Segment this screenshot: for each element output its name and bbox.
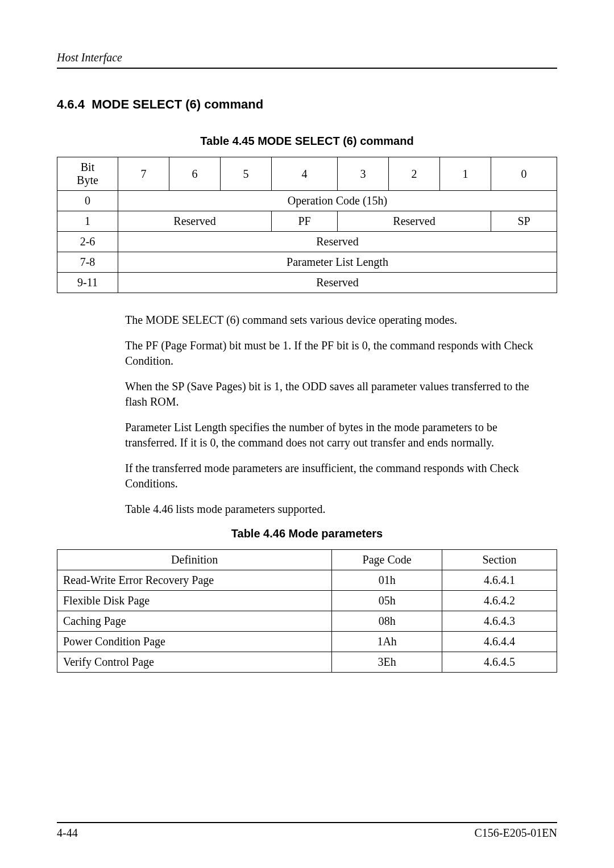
byte-9-11: 9-11 <box>57 273 118 293</box>
col-page-code: Page Code <box>332 550 442 570</box>
page-number: 4-44 <box>57 827 78 840</box>
definition-cell: Power Condition Page <box>57 632 332 652</box>
paragraph: When the SP (Save Pages) bit is 1, the O… <box>125 379 551 410</box>
col-section: Section <box>442 550 557 570</box>
bit-col-6: 6 <box>169 157 221 191</box>
bit-col-4: 4 <box>272 157 338 191</box>
header-rule <box>57 68 557 69</box>
byte-2-6: 2-6 <box>57 232 118 252</box>
definition-cell: Read-Write Error Recovery Page <box>57 570 332 591</box>
corner-top: Bit <box>81 161 94 173</box>
reserved-cell: Reserved <box>118 211 272 232</box>
table-row: Power Condition Page 1Ah 4.6.4.4 <box>57 632 557 652</box>
bit-col-3: 3 <box>337 157 388 191</box>
definition-cell: Flexible Disk Page <box>57 591 332 611</box>
section-cell: 4.6.4.3 <box>442 611 557 632</box>
section-cell: 4.6.4.2 <box>442 591 557 611</box>
paragraph: Table 4.46 lists mode parameters support… <box>125 502 551 517</box>
running-head: Host Interface <box>57 51 557 64</box>
table-row: 0 Operation Code (15h) <box>57 191 557 211</box>
byte-0: 0 <box>57 191 118 211</box>
page-code-cell: 01h <box>332 570 442 591</box>
doc-id: C156-E205-01EN <box>474 827 557 840</box>
definition-cell: Verify Control Page <box>57 652 332 673</box>
table-row: Flexible Disk Page 05h 4.6.4.2 <box>57 591 557 611</box>
table-row: Definition Page Code Section <box>57 550 557 570</box>
paragraph: If the transferred mode parameters are i… <box>125 461 551 491</box>
section-heading: 4.6.4 MODE SELECT (6) command <box>57 97 557 112</box>
section-cell: 4.6.4.5 <box>442 652 557 673</box>
page-code-cell: 1Ah <box>332 632 442 652</box>
table-row: 9-11 Reserved <box>57 273 557 293</box>
byte-7-8: 7-8 <box>57 252 118 273</box>
footer-rule <box>57 822 557 823</box>
table-row: 1 Reserved PF Reserved SP <box>57 211 557 232</box>
section-cell: 4.6.4.4 <box>442 632 557 652</box>
pf-cell: PF <box>272 211 338 232</box>
section-title: MODE SELECT (6) command <box>92 97 263 111</box>
bit-col-2: 2 <box>388 157 439 191</box>
reserved-cell: Reserved <box>118 232 557 252</box>
reserved-cell: Reserved <box>118 273 557 293</box>
col-definition: Definition <box>57 550 332 570</box>
table-row: 2-6 Reserved <box>57 232 557 252</box>
page-code-cell: 08h <box>332 611 442 632</box>
body-text: The MODE SELECT (6) command sets various… <box>125 312 551 517</box>
param-list-length-cell: Parameter List Length <box>118 252 557 273</box>
paragraph: The MODE SELECT (6) command sets various… <box>125 312 551 328</box>
op-code-cell: Operation Code (15h) <box>118 191 557 211</box>
table-46: Definition Page Code Section Read-Write … <box>57 549 557 673</box>
table-row: Verify Control Page 3Eh 4.6.4.5 <box>57 652 557 673</box>
page-code-cell: 3Eh <box>332 652 442 673</box>
table-46-caption: Table 4.46 Mode parameters <box>57 527 557 540</box>
table-row: Read-Write Error Recovery Page 01h 4.6.4… <box>57 570 557 591</box>
table-row: Caching Page 08h 4.6.4.3 <box>57 611 557 632</box>
bit-col-1: 1 <box>439 157 491 191</box>
paragraph: The PF (Page Format) bit must be 1. If t… <box>125 338 551 369</box>
table-45-caption: Table 4.45 MODE SELECT (6) command <box>57 135 557 148</box>
reserved-cell: Reserved <box>337 211 491 232</box>
table-45: Bit Byte 7 6 5 4 3 2 1 0 0 Operation Cod… <box>57 157 557 293</box>
bit-col-0: 0 <box>491 157 557 191</box>
table-row: Bit Byte 7 6 5 4 3 2 1 0 <box>57 157 557 191</box>
section-number: 4.6.4 <box>57 97 85 111</box>
paragraph: Parameter List Length specifies the numb… <box>125 420 551 450</box>
sp-cell: SP <box>491 211 557 232</box>
section-cell: 4.6.4.1 <box>442 570 557 591</box>
page-footer: 4-44 C156-E205-01EN <box>57 822 557 840</box>
page-code-cell: 05h <box>332 591 442 611</box>
corner-bottom: Byte <box>77 174 98 186</box>
table-row: 7-8 Parameter List Length <box>57 252 557 273</box>
bit-col-7: 7 <box>118 157 169 191</box>
byte-1: 1 <box>57 211 118 232</box>
definition-cell: Caching Page <box>57 611 332 632</box>
bit-byte-corner: Bit Byte <box>57 157 118 191</box>
bit-col-5: 5 <box>221 157 272 191</box>
